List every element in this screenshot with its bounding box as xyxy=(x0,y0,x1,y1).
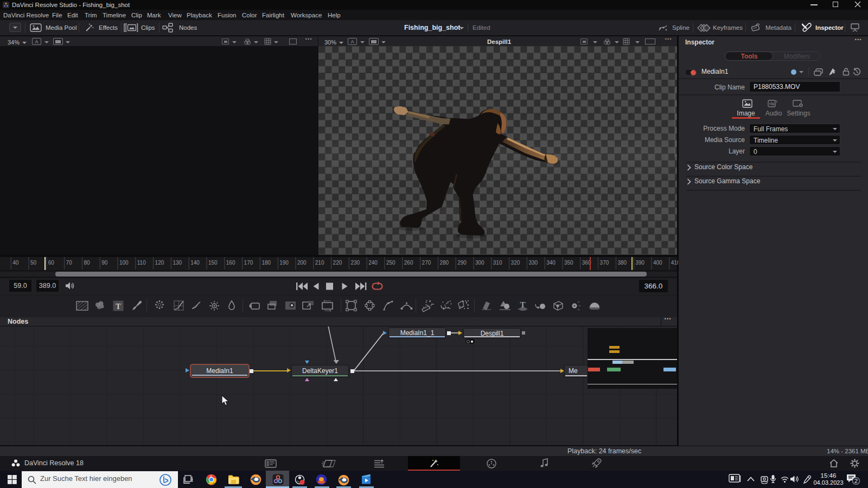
svg-text:170: 170 xyxy=(244,260,253,266)
svg-text:290: 290 xyxy=(457,260,467,266)
svg-text:240: 240 xyxy=(368,260,378,266)
svg-text:100: 100 xyxy=(119,260,129,266)
svg-text:370: 370 xyxy=(600,260,609,266)
svg-text:330: 330 xyxy=(528,260,538,266)
svg-text:310: 310 xyxy=(493,260,502,266)
svg-text:390: 390 xyxy=(635,260,644,266)
svg-text:80: 80 xyxy=(84,260,90,266)
svg-text:110: 110 xyxy=(137,260,146,266)
svg-text:120: 120 xyxy=(155,260,164,266)
svg-text:70: 70 xyxy=(66,260,73,266)
svg-text:340: 340 xyxy=(546,260,556,266)
svg-text:T: T xyxy=(116,303,121,311)
svg-text:260: 260 xyxy=(404,260,413,266)
svg-text:2: 2 xyxy=(854,478,858,484)
svg-text:40: 40 xyxy=(12,260,19,266)
svg-text:180: 180 xyxy=(261,260,271,266)
svg-text:210: 210 xyxy=(315,260,324,266)
svg-text:250: 250 xyxy=(386,260,395,266)
svg-text:140: 140 xyxy=(190,260,200,266)
svg-text:150: 150 xyxy=(208,260,218,266)
svg-text:130: 130 xyxy=(173,260,182,266)
svg-text:T: T xyxy=(520,300,525,309)
svg-text:200: 200 xyxy=(297,260,307,266)
svg-text:300: 300 xyxy=(475,260,484,266)
svg-text:190: 190 xyxy=(279,260,289,266)
svg-text:280: 280 xyxy=(439,260,449,266)
svg-text:270: 270 xyxy=(422,260,431,266)
svg-text:400: 400 xyxy=(653,260,662,266)
svg-text:50: 50 xyxy=(30,260,37,266)
svg-text:90: 90 xyxy=(101,260,108,266)
svg-text:160: 160 xyxy=(226,260,235,266)
svg-text:350: 350 xyxy=(564,260,573,266)
svg-text:220: 220 xyxy=(333,260,342,266)
svg-text:320: 320 xyxy=(511,260,520,266)
svg-text:230: 230 xyxy=(350,260,360,266)
svg-text:380: 380 xyxy=(617,260,627,266)
svg-text:60: 60 xyxy=(48,260,55,266)
